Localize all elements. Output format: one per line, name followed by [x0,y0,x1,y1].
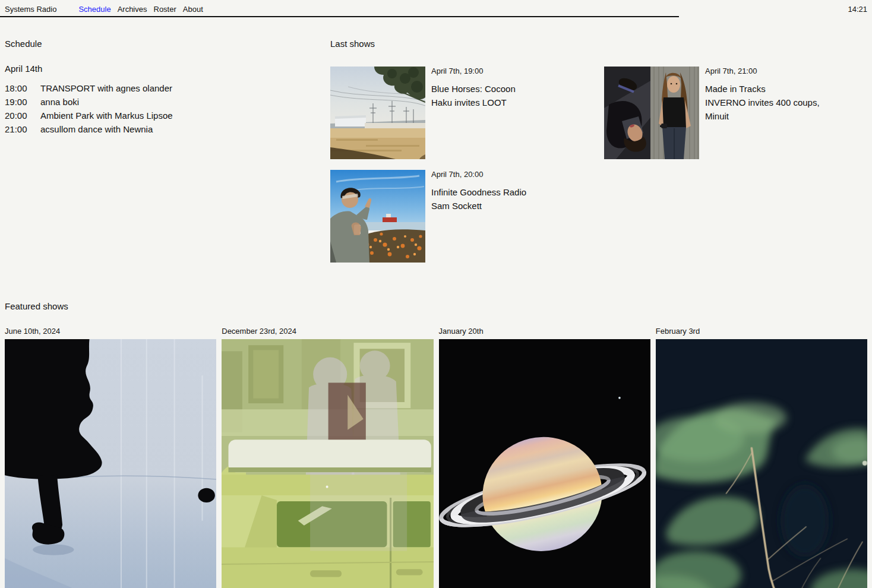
schedule-list: 18:00 TRANSPORT with agnes olander 19:00… [5,81,330,136]
show-title: acsullom dance with Newnia [40,122,153,136]
show-time: 18:00 [5,81,40,95]
last-shows-title: Last shows [330,38,867,50]
last-show-datetime: April 7th, 19:00 [431,67,516,76]
schedule-title: Schedule [5,38,330,50]
last-show-line: INVERNO invites 400 coups, [705,96,820,109]
schedule-row: 19:00 anna boki [5,95,330,109]
walking-silhouette-photo[interactable] [5,339,216,588]
two-portraits-flash-photo[interactable] [604,67,699,159]
saturn-photo[interactable] [439,339,650,588]
night-branches-photo[interactable] [656,339,867,588]
nav-item-archives[interactable]: Archives [118,5,147,14]
nav-item-roster[interactable]: Roster [154,5,176,14]
site-logo[interactable]: Systems Radio [5,5,56,14]
featured-section: Featured shows June 10th, 2024 [0,301,872,588]
show-time: 20:00 [5,109,40,122]
last-show-datetime: April 7th, 20:00 [431,170,526,179]
last-show-info: April 7th, 19:00 Blue Horses: Cocoon Hak… [431,67,516,109]
last-show-card[interactable]: April 7th, 21:00 Made in Tracks INVERNO … [604,67,867,159]
last-show-line: Haku invites LOOT [431,96,516,109]
show-title: Ambient Park with Markus Lipsoe [40,109,173,122]
top-bar: Systems Radio Schedule Archives Roster A… [0,0,872,18]
nav-item-schedule[interactable]: Schedule [78,5,110,14]
last-show-line: Sam Sockett [431,199,526,213]
last-show-card[interactable]: April 7th, 20:00 Infinite Goodness Radio… [330,170,604,263]
last-show-line: Minuit [705,109,820,123]
featured-item: June 10th, 2024 [5,327,216,588]
last-shows-panel: Last shows [330,18,867,263]
current-time: 14:21 [848,5,867,14]
featured-date: June 10th, 2024 [5,327,216,336]
nav-item-about[interactable]: About [183,5,203,14]
last-show-line: Blue Horses: Cocoon [431,82,516,96]
last-show-datetime: April 7th, 21:00 [705,67,820,76]
featured-item: January 20th [439,327,650,588]
featured-date: January 20th [439,327,650,336]
show-title: anna boki [40,95,79,109]
top-section: Schedule April 14th 18:00 TRANSPORT with… [0,18,872,263]
last-show-line: Made in Tracks [705,82,820,96]
main-nav: Schedule Archives Roster About [78,5,203,14]
last-show-info: April 7th, 21:00 Made in Tracks INVERNO … [705,67,820,123]
featured-date: December 23rd, 2024 [222,327,433,336]
show-title: TRANSPORT with agnes olander [40,81,172,95]
last-shows-grid: April 7th, 19:00 Blue Horses: Cocoon Hak… [330,67,867,263]
featured-date: February 3rd [656,327,867,336]
last-show-info: April 7th, 20:00 Infinite Goodness Radio… [431,170,526,213]
schedule-row: 20:00 Ambient Park with Markus Lipsoe [5,109,330,122]
featured-item: February 3rd [656,327,867,588]
schedule-row: 21:00 acsullom dance with Newnia [5,122,330,136]
man-with-can-orange-flowers-photo[interactable] [330,170,425,263]
dry-field-with-pylons-photo[interactable] [330,67,425,159]
schedule-row: 18:00 TRANSPORT with agnes olander [5,81,330,95]
show-time: 21:00 [5,122,40,136]
schedule-panel: Schedule April 14th 18:00 TRANSPORT with… [5,18,330,263]
last-show-line: Infinite Goodness Radio [431,185,526,199]
schedule-date: April 14th [5,63,330,75]
featured-title: Featured shows [5,301,867,312]
last-show-card[interactable]: April 7th, 19:00 Blue Horses: Cocoon Hak… [330,67,604,159]
green-car-double-exposure-photo[interactable] [222,339,433,588]
featured-grid: June 10th, 2024 [5,327,867,588]
header-divider [0,16,679,17]
featured-item: December 23rd, 2024 [222,327,433,588]
show-time: 19:00 [5,95,40,109]
